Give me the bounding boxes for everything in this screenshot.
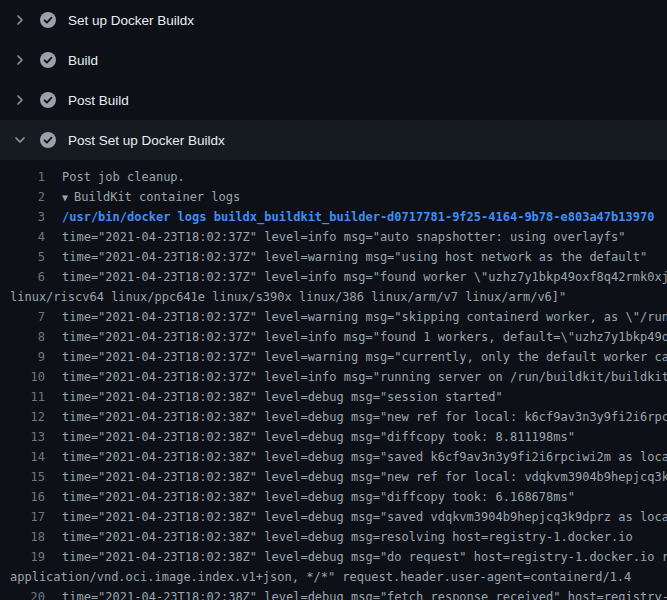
check-circle-icon bbox=[40, 12, 56, 28]
line-number[interactable]: 2 bbox=[0, 187, 45, 207]
group-toggle-icon[interactable]: ▼ bbox=[62, 192, 74, 203]
line-number[interactable]: 9 bbox=[0, 347, 45, 367]
line-number[interactable]: 8 bbox=[0, 327, 45, 347]
log-line: 3 /usr/bin/docker logs buildx_buildkit_b… bbox=[0, 207, 667, 227]
log-line-continuation: application/vnd.oci.image.index.v1+json,… bbox=[0, 567, 667, 587]
step-label: Post Build bbox=[68, 93, 129, 108]
line-number[interactable]: 11 bbox=[0, 387, 45, 407]
log-line: 2 ▼ BuildKit container logs bbox=[0, 187, 667, 207]
line-number[interactable]: 17 bbox=[0, 507, 45, 527]
line-text: time="2021-04-23T18:02:38Z" level=debug … bbox=[45, 587, 667, 600]
line-number[interactable]: 16 bbox=[0, 487, 45, 507]
line-number[interactable]: 4 bbox=[0, 227, 45, 247]
line-number[interactable]: 7 bbox=[0, 307, 45, 327]
step-label: Set up Docker Buildx bbox=[68, 13, 194, 28]
step-label: Build bbox=[68, 53, 98, 68]
log-line: 15 time="2021-04-23T18:02:38Z" level=deb… bbox=[0, 467, 667, 487]
line-number[interactable]: 1 bbox=[0, 167, 45, 187]
log-line-continuation: linux/riscv64 linux/ppc641e linux/s390x … bbox=[0, 287, 667, 307]
log-line: 7 time="2021-04-23T18:02:37Z" level=warn… bbox=[0, 307, 667, 327]
line-text: time="2021-04-23T18:02:37Z" level=warnin… bbox=[45, 247, 667, 267]
line-number[interactable]: 19 bbox=[0, 547, 45, 567]
chevron-down-icon bbox=[12, 132, 28, 148]
log-line: 6 time="2021-04-23T18:02:37Z" level=info… bbox=[0, 267, 667, 287]
line-number[interactable]: 12 bbox=[0, 407, 45, 427]
log-line: 12 time="2021-04-23T18:02:38Z" level=deb… bbox=[0, 407, 667, 427]
log-line: 16 time="2021-04-23T18:02:38Z" level=deb… bbox=[0, 487, 667, 507]
line-text: time="2021-04-23T18:02:37Z" level=info m… bbox=[45, 367, 667, 387]
step-row-post-setup-docker-buildx[interactable]: Post Set up Docker Buildx bbox=[0, 120, 667, 160]
line-number[interactable]: 15 bbox=[0, 467, 45, 487]
line-text: time="2021-04-23T18:02:38Z" level=debug … bbox=[45, 507, 667, 527]
actions-log-viewer: Set up Docker Buildx Build Post Build bbox=[0, 0, 667, 600]
step-label: Post Set up Docker Buildx bbox=[68, 133, 225, 148]
log-line: 17 time="2021-04-23T18:02:38Z" level=deb… bbox=[0, 507, 667, 527]
log-line: 4 time="2021-04-23T18:02:37Z" level=info… bbox=[0, 227, 667, 247]
line-text: time="2021-04-23T18:02:37Z" level=info m… bbox=[45, 327, 667, 347]
line-number[interactable]: 20 bbox=[0, 587, 45, 600]
step-row-post-build[interactable]: Post Build bbox=[0, 80, 667, 120]
line-text: time="2021-04-23T18:02:37Z" level=info m… bbox=[45, 267, 667, 287]
log-area: 1 Post job cleanup. 2 ▼ BuildKit contain… bbox=[0, 160, 667, 600]
line-text: time="2021-04-23T18:02:37Z" level=warnin… bbox=[45, 347, 667, 367]
step-row-build[interactable]: Build bbox=[0, 40, 667, 80]
log-line: 5 time="2021-04-23T18:02:37Z" level=warn… bbox=[0, 247, 667, 267]
check-circle-icon bbox=[40, 52, 56, 68]
chevron-right-icon bbox=[12, 92, 28, 108]
line-number[interactable]: 10 bbox=[0, 367, 45, 387]
chevron-right-icon bbox=[12, 12, 28, 28]
log-line: 9 time="2021-04-23T18:02:37Z" level=warn… bbox=[0, 347, 667, 367]
line-number[interactable]: 14 bbox=[0, 447, 45, 467]
line-text: time="2021-04-23T18:02:38Z" level=debug … bbox=[45, 427, 667, 447]
log-line: 18 time="2021-04-23T18:02:38Z" level=deb… bbox=[0, 527, 667, 547]
line-text: time="2021-04-23T18:02:38Z" level=debug … bbox=[45, 487, 667, 507]
line-text: time="2021-04-23T18:02:38Z" level=debug … bbox=[45, 467, 667, 487]
log-line: 8 time="2021-04-23T18:02:37Z" level=info… bbox=[0, 327, 667, 347]
line-text: time="2021-04-23T18:02:38Z" level=debug … bbox=[45, 407, 667, 427]
chevron-right-icon bbox=[12, 52, 28, 68]
check-circle-icon bbox=[40, 92, 56, 108]
log-line: 11 time="2021-04-23T18:02:38Z" level=deb… bbox=[0, 387, 667, 407]
line-text[interactable]: ▼ BuildKit container logs bbox=[45, 187, 667, 207]
group-label: BuildKit container logs bbox=[74, 190, 240, 204]
steps-list: Set up Docker Buildx Build Post Build bbox=[0, 0, 667, 160]
check-circle-icon bbox=[40, 132, 56, 148]
log-line: 14 time="2021-04-23T18:02:38Z" level=deb… bbox=[0, 447, 667, 467]
log-line: 10 time="2021-04-23T18:02:37Z" level=inf… bbox=[0, 367, 667, 387]
line-text: time="2021-04-23T18:02:38Z" level=debug … bbox=[45, 547, 667, 567]
line-number[interactable]: 3 bbox=[0, 207, 45, 227]
line-number[interactable]: 18 bbox=[0, 527, 45, 547]
step-row-setup-docker-buildx[interactable]: Set up Docker Buildx bbox=[0, 0, 667, 40]
log-line: 1 Post job cleanup. bbox=[0, 167, 667, 187]
line-text: time="2021-04-23T18:02:37Z" level=info m… bbox=[45, 227, 667, 247]
line-text: Post job cleanup. bbox=[45, 167, 667, 187]
line-text: time="2021-04-23T18:02:38Z" level=debug … bbox=[45, 447, 667, 467]
line-number[interactable]: 6 bbox=[0, 267, 45, 287]
line-text: time="2021-04-23T18:02:38Z" level=debug … bbox=[45, 387, 667, 407]
line-text: /usr/bin/docker logs buildx_buildkit_bui… bbox=[45, 207, 667, 227]
log-line: 13 time="2021-04-23T18:02:38Z" level=deb… bbox=[0, 427, 667, 447]
line-text: time="2021-04-23T18:02:37Z" level=warnin… bbox=[45, 307, 667, 327]
log-line: 20 time="2021-04-23T18:02:38Z" level=deb… bbox=[0, 587, 667, 600]
line-text: time="2021-04-23T18:02:38Z" level=debug … bbox=[45, 527, 667, 547]
log-line: 19 time="2021-04-23T18:02:38Z" level=deb… bbox=[0, 547, 667, 567]
line-number[interactable]: 13 bbox=[0, 427, 45, 447]
line-number[interactable]: 5 bbox=[0, 247, 45, 267]
